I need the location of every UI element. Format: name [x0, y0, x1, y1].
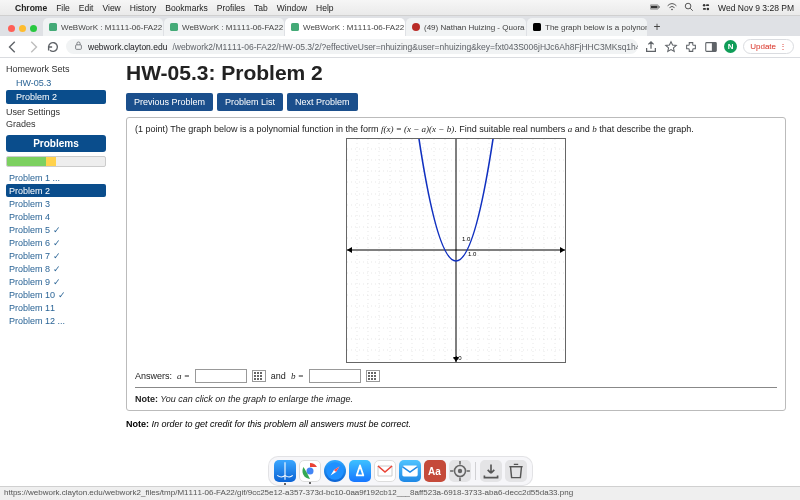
problem-link-2[interactable]: Problem 2 [6, 184, 106, 197]
problem-link-4[interactable]: Problem 4 [6, 210, 106, 223]
macos-dock[interactable]: Aa [268, 456, 533, 486]
new-tab-button[interactable]: + [650, 20, 664, 34]
problem-link-12[interactable]: Problem 12 ... [6, 314, 106, 327]
dock-system-settings[interactable] [449, 460, 471, 482]
menu-help[interactable]: Help [316, 3, 333, 13]
problem-link-8[interactable]: Problem 8 ✓ [6, 262, 106, 275]
url-path: /webwork2/M1111-06-FA22/HW-05.3/2/?effec… [172, 42, 638, 52]
dock-finder[interactable] [274, 460, 296, 482]
side-panel-icon[interactable] [704, 40, 718, 54]
zoom-window-icon[interactable] [30, 25, 37, 32]
answer-b-input[interactable] [309, 369, 361, 383]
problem-list-button[interactable]: Problem List [217, 93, 283, 111]
and-label: and [271, 371, 286, 381]
problem-link-7[interactable]: Problem 7 ✓ [6, 249, 106, 262]
back-button[interactable] [6, 40, 20, 54]
sidebar-grades[interactable]: Grades [6, 119, 106, 129]
wifi-icon [667, 2, 677, 14]
svg-text:-10: -10 [453, 355, 462, 361]
svg-text:1.0: 1.0 [462, 236, 471, 242]
dock-dictionary[interactable]: Aa [424, 460, 446, 482]
dock-downloads[interactable] [480, 460, 502, 482]
svg-rect-15 [76, 45, 82, 50]
tab-2[interactable]: WeBWorK : M1111-06-FA22 : H× [164, 18, 284, 36]
svg-marker-58 [347, 247, 352, 253]
sidebar-current-problem[interactable]: Problem 2 [6, 90, 106, 104]
svg-rect-1 [651, 5, 658, 8]
answer-a-input[interactable] [195, 369, 247, 383]
search-icon[interactable] [684, 2, 694, 14]
menu-file[interactable]: File [56, 3, 70, 13]
close-window-icon[interactable] [8, 25, 15, 32]
menu-edit[interactable]: Edit [79, 3, 94, 13]
progress-green [7, 157, 46, 166]
chrome-tabstrip: WeBWorK : M1111-06-FA22× WeBWorK : M1111… [0, 16, 800, 36]
svg-point-65 [306, 468, 313, 475]
menu-profiles[interactable]: Profiles [217, 3, 245, 13]
sidebar-set-link[interactable]: HW-05.3 [6, 76, 106, 90]
dock-chrome[interactable] [299, 460, 321, 482]
svg-point-9 [707, 7, 710, 10]
next-problem-button[interactable]: Next Problem [287, 93, 358, 111]
problem-link-1[interactable]: Problem 1 ... [6, 171, 106, 184]
main-content: HW-05.3: Problem 2 Previous Problem Prob… [112, 58, 800, 486]
window-controls[interactable] [4, 25, 43, 36]
progress-bar [6, 156, 106, 167]
extensions-icon[interactable] [684, 40, 698, 54]
page-title: HW-05.3: Problem 2 [126, 61, 786, 85]
dock-mail[interactable] [399, 460, 421, 482]
tab-4[interactable]: (49) Nathan Huizing - Quora× [406, 18, 526, 36]
problem-link-6[interactable]: Problem 6 ✓ [6, 236, 106, 249]
problem-link-5[interactable]: Problem 5 ✓ [6, 223, 106, 236]
problem-graph[interactable]: 1.0 1.0 -10 [346, 138, 566, 363]
brainly-favicon [533, 23, 541, 31]
menu-window[interactable]: Window [277, 3, 307, 13]
address-bar[interactable]: webwork.clayton.edu/webwork2/M1111-06-FA… [66, 39, 638, 54]
svg-rect-14 [533, 23, 541, 31]
keypad-b-icon[interactable] [366, 370, 380, 382]
sidebar-homework-sets[interactable]: Homework Sets [6, 64, 106, 74]
quora-favicon [412, 23, 420, 31]
clock: Wed Nov 9 3:28 PM [718, 3, 794, 13]
minimize-window-icon[interactable] [19, 25, 26, 32]
menu-bookmarks[interactable]: Bookmarks [165, 3, 208, 13]
b-label: b = [291, 371, 304, 381]
problem-link-10[interactable]: Problem 10 ✓ [6, 288, 106, 301]
sidebar: Homework Sets HW-05.3 Problem 2 User Set… [0, 58, 112, 486]
dock-gmail[interactable] [374, 460, 396, 482]
reload-button[interactable] [46, 40, 60, 54]
svg-point-4 [685, 3, 691, 9]
menu-view[interactable]: View [102, 3, 120, 13]
tab-1[interactable]: WeBWorK : M1111-06-FA22× [43, 18, 163, 36]
profile-avatar[interactable]: N [724, 40, 737, 53]
dock-safari[interactable] [324, 460, 346, 482]
update-button[interactable]: Update⋮ [743, 39, 794, 54]
previous-problem-button[interactable]: Previous Problem [126, 93, 213, 111]
svg-rect-67 [402, 466, 417, 477]
menubar-status: Wed Nov 9 3:28 PM [650, 2, 794, 14]
tab-3-active[interactable]: WeBWorK : M1111-06-FA22 : H× [285, 18, 405, 36]
svg-rect-17 [712, 42, 716, 51]
app-name[interactable]: Chrome [15, 3, 47, 13]
mac-menubar: Chrome File Edit View History Bookmarks … [0, 0, 800, 16]
dock-trash[interactable] [505, 460, 527, 482]
keypad-a-icon[interactable] [252, 370, 266, 382]
svg-point-3 [671, 8, 673, 10]
bookmark-icon[interactable] [664, 40, 678, 54]
sidebar-user-settings[interactable]: User Settings [6, 107, 106, 117]
share-icon[interactable] [644, 40, 658, 54]
tab-5[interactable]: The graph below is a polynom× [527, 18, 647, 36]
svg-rect-8 [703, 7, 706, 9]
control-center-icon[interactable] [701, 2, 711, 14]
progress-yellow [46, 157, 56, 166]
menu-history[interactable]: History [130, 3, 156, 13]
note-2: Note: In order to get credit for this pr… [126, 419, 786, 429]
problem-link-11[interactable]: Problem 11 [6, 301, 106, 314]
problem-link-9[interactable]: Problem 9 ✓ [6, 275, 106, 288]
dock-appstore[interactable] [349, 460, 371, 482]
url-domain: webwork.clayton.edu [88, 42, 167, 52]
problem-link-3[interactable]: Problem 3 [6, 197, 106, 210]
forward-button[interactable] [26, 40, 40, 54]
webwork-favicon [291, 23, 299, 31]
menu-tab[interactable]: Tab [254, 3, 268, 13]
